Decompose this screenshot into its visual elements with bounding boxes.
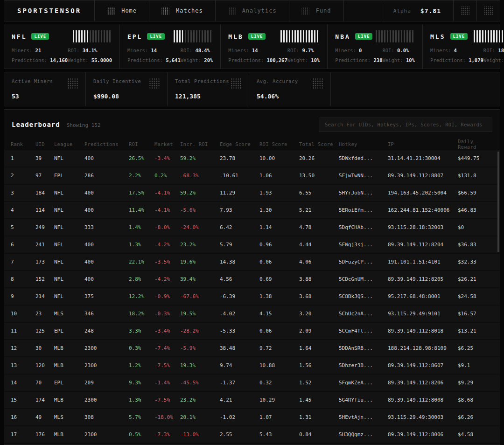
cell-predictions: 248 [84, 328, 129, 334]
table-row[interactable]: 15174MLB23001.3%-7.5%23.2%4.2110.291.455… [4, 392, 500, 408]
cell-uid: 173 [35, 259, 54, 265]
table-row[interactable]: 139NFL40026.5%-3.4%59.2%23.7810.0020.265… [4, 150, 500, 167]
stat-card-label: Active Miners [12, 78, 53, 84]
nav-item-analytics[interactable]: Analytics [216, 0, 289, 21]
nav-item-fund[interactable]: Fund [289, 0, 344, 21]
cell-uid: 70 [35, 380, 54, 386]
nav-spacer [344, 0, 381, 21]
col-header-league[interactable]: League [54, 141, 84, 147]
cell-roi: 2.8% [129, 276, 154, 282]
col-header-uid[interactable]: UID [35, 141, 54, 147]
fund-icon [301, 7, 309, 15]
table-row[interactable]: 1230MLB23000.3%-7.4%-5.9%38.489.721.645D… [4, 340, 500, 356]
cell-ip: 89.39.149.112:8008 [388, 397, 458, 403]
league-stat-predictions: Predictions: 5,641 [127, 57, 181, 63]
league-stats-grid: Miners: 14ROI: 48.4%Predictions: 5,641We… [127, 48, 213, 63]
alpha-label: Alpha [393, 8, 411, 14]
stat-label: ROI: [382, 48, 397, 53]
col-header-market[interactable]: Market [154, 141, 180, 147]
cell-hotkey: 5Dhzer3B... [339, 362, 388, 369]
live-badge: LIVE [248, 33, 266, 40]
stat-value: 100,267 [267, 57, 287, 63]
league-card-nfl: NFLLIVEMiners: 21ROI: 34.1%Predictions: … [4, 24, 120, 69]
col-header-ip[interactable]: IP [388, 141, 458, 147]
brand-logo[interactable]: SPORTSTENSOR [4, 0, 95, 21]
nav-item-label: Home [121, 7, 137, 14]
cell-total-score: 2.09 [299, 328, 339, 334]
stat-value: 1,079 [469, 57, 483, 63]
stat-value: 20% [204, 57, 213, 63]
nav-item-home[interactable]: Home [95, 0, 149, 21]
stat-card-head: Daily Incentive [93, 78, 160, 89]
league-stat-predictions: Predictions: 14,160 [12, 57, 68, 63]
table-row[interactable]: 11125EPL2483.3%-3.4%-28.2%-5.330.062.095… [4, 323, 500, 339]
search-input[interactable] [319, 118, 492, 132]
weight-barcode [376, 30, 415, 42]
table-row[interactable]: 6241NFL4001.3%-4.2%23.2%5.790.964.445FWq… [4, 236, 500, 253]
col-header-roi-score[interactable]: ROI Score [259, 141, 299, 147]
nav-item-matches[interactable]: Matches [149, 0, 216, 21]
table-row[interactable]: 3184NFL40017.5%-4.1%59.2%11.291.936.555H… [4, 185, 500, 201]
table-row[interactable]: 1470EPL2099.3%-1.4%-45.5%-1.370.321.525F… [4, 375, 500, 391]
table-row[interactable]: 9214NFL37512.2%-0.9%-67.6%-6.391.383.685… [4, 288, 500, 305]
cell-roi: 26.5% [129, 155, 154, 161]
table-row[interactable]: 297EPL2862.2%0.2%-68.3%-10.611.0613.505F… [4, 167, 500, 184]
col-header-edge-score[interactable]: Edge Score [220, 141, 259, 147]
cell-roi-score: 0.06 [259, 328, 299, 334]
cell-total-score: 1.56 [299, 362, 339, 369]
league-stat-weight: Weight: 10% [382, 57, 415, 63]
cell-market: -4.2% [154, 242, 180, 248]
cell-ip: 89.39.149.112:8205 [388, 276, 458, 282]
table-row[interactable]: 17176MLB23000.5%-7.3%-13.0%2.555.430.845… [4, 426, 500, 443]
cell-roi: 1.4% [129, 224, 154, 230]
cell-uid: 249 [35, 224, 54, 230]
cell-incr-roi: 19.5% [180, 311, 220, 317]
cell-uid: 23 [35, 311, 54, 317]
analytics-icon [228, 7, 236, 15]
cell-uid: 114 [35, 207, 54, 213]
table-row[interactable]: 8152NFL4002.8%-4.2%39.4%4.560.693.885CDc… [4, 271, 500, 287]
cell-league: MLB [54, 431, 84, 438]
table-row[interactable]: 7173NFL40022.1%-3.5%19.6%14.380.064.065D… [4, 254, 500, 270]
cell-roi-score: 1.14 [259, 224, 299, 230]
leaderboard-section: Leaderboard Showing 152 RankUIDLeaguePre… [4, 109, 500, 445]
table-row[interactable]: 4114NFL40011.4%-4.1%-5.6%7.931.305.215ER… [4, 202, 500, 218]
grid-icon-button[interactable] [453, 0, 476, 21]
col-header-total-score[interactable]: Total Score [299, 141, 339, 147]
dashed-square-icon-button[interactable] [476, 0, 500, 21]
col-header-roi[interactable]: ROI [129, 141, 154, 147]
scrollbar-thumb[interactable] [497, 152, 499, 252]
table-row[interactable]: 1023MLS34618.2%-0.3%19.5%-4.024.153.205C… [4, 306, 500, 322]
cell-uid: 184 [35, 190, 54, 196]
stat-card-value: 53 [12, 93, 78, 100]
cell-edge-score: 11.29 [220, 190, 259, 196]
stat-value: 5,641 [166, 57, 181, 63]
cell-daily-reward: $449.75 [458, 155, 493, 161]
col-header-hotkey[interactable]: Hotkey [339, 141, 388, 147]
table-row[interactable]: 13120MLB23001.2%-7.5%19.3%9.7410.881.565… [4, 357, 500, 374]
cell-uid: 241 [35, 242, 54, 248]
col-header-rank[interactable]: Rank [11, 141, 35, 147]
table-row[interactable]: 1649MLS3085.7%-18.0%20.1%-1.021.071.315H… [4, 409, 500, 425]
league-stat-miners: Miners: 14 [228, 48, 287, 53]
cell-predictions: 2300 [84, 362, 129, 369]
cell-incr-roi: -67.6% [180, 293, 220, 299]
dashed-square-icon [484, 7, 493, 15]
cell-edge-score: -6.39 [220, 293, 259, 299]
nav-item-label: Analytics [242, 7, 277, 14]
league-stat-roi: ROI: 48.4% [181, 48, 213, 53]
league-stat-roi: ROI: 18.2% [483, 48, 504, 53]
league-stat-miners: Miners: 4 [430, 48, 483, 53]
league-card-top: NFLLIVE [12, 30, 112, 42]
weight-barcode [474, 30, 504, 42]
cell-ip: 162.244.81.152:40006 [388, 207, 458, 213]
cell-roi-score: 1.30 [259, 207, 299, 213]
cell-edge-score: 23.78 [220, 155, 259, 161]
cell-uid: 174 [35, 397, 54, 403]
cell-ip: 95.217.68.48:8001 [388, 293, 458, 299]
col-header-predictions[interactable]: Predictions [84, 141, 129, 147]
col-header-daily-reward[interactable]: Daily Reward [458, 139, 493, 150]
table-row[interactable]: 5249NFL3331.4%-8.0%-24.0%6.421.144.785Dq… [4, 219, 500, 236]
col-header-incr-roi[interactable]: Incr. ROI [180, 141, 220, 147]
stat-card-daily-incentive: Daily Incentive$990.08 [86, 72, 168, 106]
